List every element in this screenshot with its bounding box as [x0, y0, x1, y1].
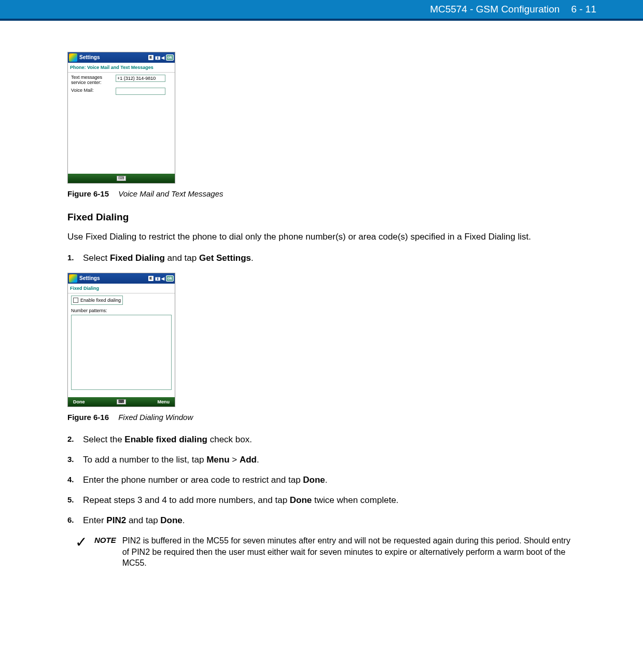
keyboard-icon[interactable] — [117, 176, 126, 181]
step-2-num: 2. — [67, 434, 83, 446]
ok-button[interactable]: ok — [166, 54, 174, 61]
keyboard-icon[interactable] — [117, 399, 126, 404]
signal-icon — [155, 275, 160, 282]
step-5-num: 5. — [67, 495, 83, 507]
ss-bottombar — [68, 174, 175, 183]
windows-start-icon — [69, 53, 77, 62]
step-4-text: Enter the phone number or area code to r… — [83, 474, 576, 486]
step-1: 1. Select Fixed Dialing and tap Get Sett… — [67, 253, 576, 264]
enable-fixed-dialing-checkbox[interactable]: Enable fixed dialing — [71, 296, 123, 305]
note-block: ✓ NOTE PIN2 is buffered in the MC55 for … — [67, 535, 576, 569]
step-2-text: Select the Enable fixed dialing check bo… — [83, 434, 576, 446]
figure-16-num: Figure 6-16 — [67, 413, 109, 422]
header-page-number: 6 - 11 — [571, 4, 596, 15]
signal-icon — [155, 54, 160, 61]
done-softkey[interactable]: Done — [73, 399, 85, 405]
note-text: PIN2 is buffered in the MC55 for seven m… — [122, 535, 576, 569]
windows-start-icon — [69, 274, 77, 283]
page-header: MC5574 - GSM Configuration 6 - 11 — [0, 0, 643, 21]
step-5-text: Repeat steps 3 and 4 to add more numbers… — [83, 495, 576, 507]
menu-softkey[interactable]: Menu — [158, 399, 170, 405]
ss-body: Text messages service center: +1 (312) 3… — [68, 73, 175, 174]
sms-center-label: Text messages service center: — [71, 75, 113, 86]
step-1-num: 1. — [67, 253, 83, 264]
ss2-bottombar: Done Menu — [68, 397, 175, 407]
ss2-titlebar: Settings E ok — [68, 273, 175, 284]
ss-status-icons: E ok — [148, 54, 174, 61]
step-3-text: To add a number to the list, tap Menu > … — [83, 454, 576, 466]
screenshot-voicemail: Settings E ok Phone: Voice Mail and Text… — [67, 52, 175, 184]
sound-icon — [161, 275, 164, 282]
ss2-status-icons: E ok — [148, 275, 174, 282]
network-e-icon: E — [148, 55, 153, 61]
fixed-dialing-intro: Use Fixed Dialing to restrict the phone … — [67, 231, 576, 243]
figure-16-caption: Figure 6-16 Fixed Dialing Window — [67, 412, 576, 423]
step-2: 2. Select the Enable fixed dialing check… — [67, 434, 576, 446]
voice-mail-label: Voice Mail: — [71, 88, 113, 93]
checkmark-icon: ✓ — [67, 535, 94, 550]
ok-button[interactable]: ok — [166, 275, 174, 282]
ss-titlebar: Settings E ok — [68, 52, 175, 63]
number-patterns-listbox[interactable] — [71, 315, 172, 390]
step-5: 5. Repeat steps 3 and 4 to add more numb… — [67, 495, 576, 507]
step-4: 4. Enter the phone number or area code t… — [67, 474, 576, 486]
page-content: Settings E ok Phone: Voice Mail and Text… — [0, 21, 643, 590]
step-6: 6. Enter PIN2 and tap Done. — [67, 515, 576, 527]
note-label: NOTE — [94, 535, 116, 569]
voice-mail-input[interactable] — [116, 88, 165, 95]
step-4-num: 4. — [67, 474, 83, 486]
figure-15-caption: Figure 6-15 Voice Mail and Text Messages — [67, 189, 576, 199]
enable-fixed-dialing-label: Enable fixed dialing — [80, 297, 121, 303]
ss-subtitle: Phone: Voice Mail and Text Messages — [68, 63, 175, 73]
figure-15-num: Figure 6-15 — [67, 189, 109, 198]
number-patterns-label: Number patterns: — [71, 307, 172, 314]
ss2-body: Enable fixed dialing Number patterns: — [68, 293, 175, 397]
checkbox-icon — [73, 298, 78, 303]
screenshot-fixed-dialing: Settings E ok Fixed Dialing Enable fixed… — [67, 273, 175, 407]
ss2-subtitle: Fixed Dialing — [68, 284, 175, 293]
ss2-settings-title: Settings — [79, 275, 148, 282]
sound-icon — [161, 54, 164, 61]
step-1-text: Select Fixed Dialing and tap Get Setting… — [83, 253, 576, 264]
step-3: 3. To add a number to the list, tap Menu… — [67, 454, 576, 466]
ss-settings-title: Settings — [79, 54, 148, 61]
section-heading-fixed-dialing: Fixed Dialing — [67, 211, 576, 224]
header-title: MC5574 - GSM Configuration — [430, 4, 560, 15]
figure-16-text: Fixed Dialing Window — [118, 413, 193, 422]
network-e-icon: E — [148, 276, 153, 282]
step-6-num: 6. — [67, 515, 83, 527]
step-3-num: 3. — [67, 454, 83, 466]
sms-center-input[interactable]: +1 (312) 314-9810 — [116, 75, 165, 82]
figure-15-text: Voice Mail and Text Messages — [118, 189, 223, 198]
step-6-text: Enter PIN2 and tap Done. — [83, 515, 576, 527]
